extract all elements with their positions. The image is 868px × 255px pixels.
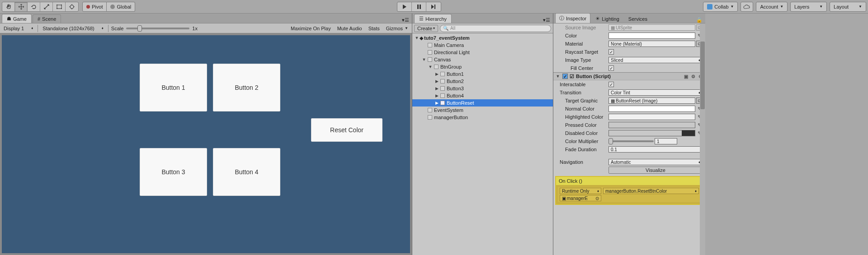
colormultiplier-slider[interactable] <box>609 140 654 142</box>
scale-slider[interactable] <box>126 28 189 29</box>
step-button[interactable] <box>426 2 441 11</box>
preset-icon[interactable]: ⚙ <box>690 73 696 79</box>
foldout-icon[interactable]: ▶ <box>434 93 439 98</box>
normalcolor-field[interactable] <box>609 106 695 112</box>
tab-scene[interactable]: #Scene <box>33 14 61 23</box>
prop-imagetype: Image TypeSliced♦ <box>553 56 705 64</box>
foldout-icon[interactable]: ▶ <box>434 100 439 106</box>
game-button-4[interactable]: Button 4 <box>213 148 280 196</box>
foldout-icon[interactable]: ▼ <box>428 64 433 70</box>
stats-toggle[interactable]: Stats <box>367 25 382 32</box>
unity-icon: ◆ <box>420 35 423 41</box>
object-picker[interactable]: ⊙ <box>595 196 599 201</box>
fadeduration-field[interactable]: 0.1 <box>609 146 703 153</box>
color-field[interactable] <box>609 32 695 39</box>
game-view: Button 1 Button 2 Button 3 Button 4 Rese… <box>0 33 412 255</box>
tree-item-managerbutton[interactable]: managerButton <box>412 114 553 121</box>
rect-tool[interactable] <box>53 2 66 11</box>
foldout-icon[interactable]: ▼ <box>555 74 561 79</box>
interactable-checkbox[interactable] <box>609 82 614 87</box>
raycast-checkbox[interactable] <box>609 49 614 55</box>
scrollbar[interactable] <box>700 23 705 255</box>
collab-button[interactable]: Collab▼ <box>703 2 738 12</box>
scrollbar-thumb[interactable] <box>700 42 705 109</box>
source-image-field[interactable]: ▦UISprite <box>609 24 695 31</box>
tree-item-eventsystem[interactable]: EventSystem <box>412 107 553 114</box>
tab-game-label: Game <box>13 16 27 22</box>
global-button[interactable]: Global <box>107 2 135 12</box>
layout-button[interactable]: Layout▼ <box>830 2 866 12</box>
cloud-button[interactable] <box>741 2 753 12</box>
tree-item-button2[interactable]: ▶Button2 <box>412 78 553 85</box>
hand-tool[interactable] <box>2 2 15 11</box>
colormultiplier-field[interactable]: 1 <box>655 138 677 144</box>
prop-normalcolor: Normal Color✎ <box>553 105 705 113</box>
svg-point-5 <box>70 5 74 9</box>
gameobject-icon: ▣ <box>562 196 566 201</box>
tree-item-buttonreset[interactable]: ▶ButtonReset <box>412 99 553 107</box>
tab-lighting[interactable]: ☀Lighting <box>591 14 623 23</box>
pause-button[interactable] <box>412 2 426 11</box>
tab-inspector[interactable]: ⓘInspector <box>555 13 590 23</box>
display-dropdown[interactable]: Display 1♦ <box>2 25 35 32</box>
tab-menu[interactable]: ▾☰ <box>399 17 412 23</box>
foldout-icon[interactable]: ▶ <box>434 79 439 84</box>
foldout-icon[interactable]: ▶ <box>434 71 439 77</box>
tree-item-button1[interactable]: ▶Button1 <box>412 70 553 78</box>
transform-tool[interactable] <box>66 2 78 11</box>
game-toolbar: Display 1♦ Standalone (1024x768)♦ Scale … <box>0 23 412 33</box>
foldout-icon[interactable]: ▼ <box>414 35 420 41</box>
game-button-3[interactable]: Button 3 <box>140 148 207 196</box>
maximize-toggle[interactable]: Maximize On Play <box>289 25 333 32</box>
move-tool[interactable] <box>15 2 28 11</box>
tab-services[interactable]: Services <box>624 14 651 23</box>
foldout-icon[interactable]: ▶ <box>434 86 439 91</box>
create-dropdown[interactable]: Create▾ <box>414 25 438 32</box>
tree-item-directional-light[interactable]: Directional Light <box>412 49 553 56</box>
prop-pressedcolor: Pressed Color✎ <box>553 121 705 129</box>
tree-item-btngroup[interactable]: ▼BtnGroup <box>412 63 553 70</box>
pressedcolor-field[interactable] <box>609 122 695 128</box>
tree-item-main-camera[interactable]: Main Camera <box>412 42 553 49</box>
targetgraphic-field[interactable]: ▦ButtonReset (Image) <box>609 97 695 104</box>
aspect-dropdown[interactable]: Standalone (1024x768)♦ <box>41 25 105 32</box>
help-icon[interactable]: ▣ <box>683 73 689 79</box>
game-button-1[interactable]: Button 1 <box>140 64 207 111</box>
svg-rect-8 <box>434 5 435 9</box>
game-button-reset[interactable]: Reset Color <box>311 118 382 142</box>
runtime-dropdown[interactable]: Runtime Only♦ <box>560 188 601 194</box>
tree-item-button4[interactable]: ▶Button4 <box>412 92 553 99</box>
transition-dropdown[interactable]: Color Tint♦ <box>609 89 703 96</box>
disabledcolor-field[interactable] <box>609 130 695 136</box>
fillcenter-checkbox[interactable] <box>609 65 614 71</box>
tab-hierarchy[interactable]: ☰Hierarchy <box>414 14 452 23</box>
search-input[interactable]: 🔍All <box>440 25 551 32</box>
scene-row[interactable]: ▼◆tuto7_eventSystem <box>412 34 553 42</box>
scale-tool[interactable] <box>40 2 53 11</box>
tab-menu[interactable]: ▾☰ <box>540 17 553 23</box>
tree-item-canvas[interactable]: ▼Canvas <box>412 56 553 63</box>
onclick-object-field[interactable]: ▣managerE⊙ <box>560 195 601 201</box>
tab-game[interactable]: ☗Game <box>2 14 32 23</box>
pivot-button[interactable]: Pivot <box>82 2 107 12</box>
layers-button[interactable]: Layers▼ <box>790 2 827 12</box>
rotate-tool[interactable] <box>28 2 40 11</box>
component-enabled-checkbox[interactable] <box>562 74 568 79</box>
navigation-dropdown[interactable]: Automatic♦ <box>609 159 703 165</box>
game-button-2[interactable]: Button 2 <box>213 64 280 111</box>
gizmos-dropdown[interactable]: Gizmos▼ <box>384 25 410 32</box>
mute-toggle[interactable]: Mute Audio <box>335 25 364 32</box>
lock-icon[interactable]: 🔒 <box>693 17 705 23</box>
svg-rect-0 <box>57 5 61 9</box>
account-button[interactable]: Account▼ <box>756 2 788 12</box>
lighting-icon: ☀ <box>595 16 600 22</box>
material-field[interactable]: None (Material) <box>609 41 695 47</box>
play-button[interactable] <box>397 2 412 11</box>
imagetype-dropdown[interactable]: Sliced♦ <box>609 57 703 63</box>
button-component-header[interactable]: ▼ ☑ Button (Script) ▣ ⚙ ⚙ <box>553 72 705 80</box>
tree-item-button3[interactable]: ▶Button3 <box>412 85 553 92</box>
highlightedcolor-field[interactable] <box>609 114 695 120</box>
visualize-button[interactable]: Visualize <box>609 167 703 174</box>
foldout-icon[interactable]: ▼ <box>421 57 427 62</box>
onclick-method-dropdown[interactable]: managerButton.ResetBtnColor♦ <box>603 188 699 194</box>
